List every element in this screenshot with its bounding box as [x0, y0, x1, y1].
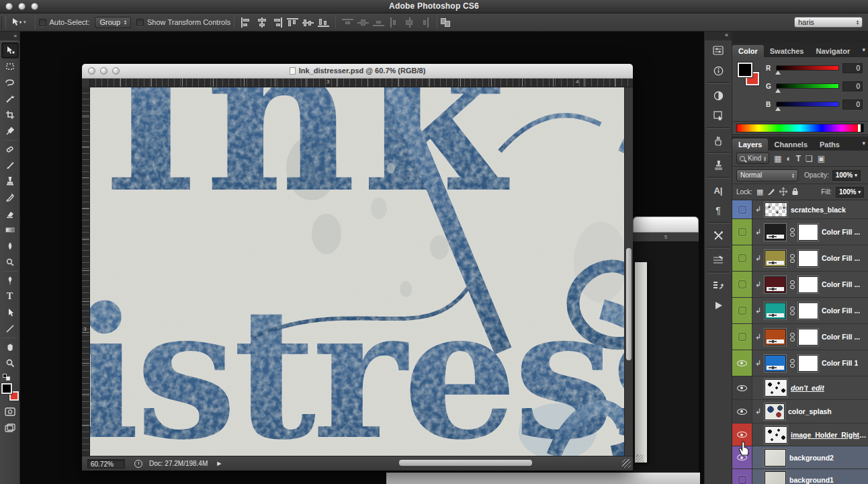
history-panel-icon[interactable]	[707, 275, 730, 295]
default-colors-icon[interactable]	[1, 374, 19, 382]
distribute-left-edges-icon[interactable]	[388, 17, 400, 28]
layer-name[interactable]: Color Fill ...	[822, 280, 860, 288]
fill-layer-thumbnail[interactable]	[765, 355, 786, 372]
vertical-scrollbar[interactable]	[624, 87, 633, 456]
paragraph-panel-icon[interactable]: ¶	[707, 200, 730, 220]
red-slider[interactable]	[776, 65, 839, 71]
layer-mask-thumbnail[interactable]	[798, 329, 818, 346]
tool-line[interactable]	[1, 321, 19, 337]
mask-link-icon[interactable]	[789, 280, 795, 289]
layer-row[interactable]: ↲ Color Fill ...	[732, 219, 868, 245]
tool-spot-healing[interactable]	[1, 141, 19, 157]
vertical-scrollbar-thumb[interactable]	[626, 248, 632, 360]
expand-panels-chevrons[interactable]: «	[705, 32, 732, 40]
brush-presets-panel-icon[interactable]	[707, 130, 730, 151]
panel-menu-icon[interactable]: ▾	[862, 140, 865, 147]
lock-all-icon[interactable]	[791, 188, 799, 197]
tool-eyedropper[interactable]	[1, 123, 19, 139]
align-right-edges-icon[interactable]	[271, 17, 283, 28]
clone-source-panel-icon[interactable]	[707, 155, 730, 175]
tool-lasso[interactable]	[1, 75, 19, 91]
slider-thumb[interactable]	[775, 71, 781, 75]
info-panel-icon[interactable]	[707, 61, 730, 81]
layer-thumbnail[interactable]	[765, 449, 786, 467]
tool-move[interactable]	[1, 42, 19, 58]
tool-rectangular-marquee[interactable]	[1, 58, 19, 75]
filter-pixel-layers-icon[interactable]: ▦	[774, 154, 781, 163]
adjustments-panel-icon[interactable]	[707, 40, 730, 61]
layer-mask-thumbnail[interactable]	[798, 250, 818, 267]
mask-link-icon[interactable]	[789, 359, 795, 368]
green-slider[interactable]	[776, 83, 839, 89]
visibility-toggle[interactable]	[732, 245, 752, 271]
tool-type[interactable]: T	[1, 288, 19, 305]
visibility-toggle[interactable]	[732, 200, 752, 218]
filter-smart-objects-icon[interactable]: ▣	[818, 154, 825, 163]
slider-thumb[interactable]	[775, 89, 781, 93]
tool-brush[interactable]	[1, 157, 19, 173]
lock-transparent-pixels-icon[interactable]: ▦	[756, 188, 763, 196]
left-ruler[interactable]: 3	[82, 87, 90, 456]
blue-value-field[interactable]: 0	[842, 99, 863, 110]
layer-name[interactable]: Color Fill ...	[822, 254, 860, 262]
toolbox-collapse-chevrons[interactable]: »	[0, 32, 19, 40]
zoom-level-field[interactable]: 60.72%	[87, 459, 125, 469]
layer-name[interactable]: image_Holder_RightClic...	[791, 431, 868, 439]
green-value-field[interactable]: 0	[842, 81, 863, 91]
layer-thumbnail[interactable]	[765, 471, 786, 484]
show-transform-checkbox[interactable]	[136, 19, 144, 26]
mask-link-icon[interactable]	[789, 333, 795, 341]
visibility-toggle[interactable]	[732, 469, 752, 484]
visibility-toggle[interactable]	[732, 424, 752, 446]
fill-field[interactable]: 100%▾	[836, 187, 864, 198]
filter-kind-dropdown[interactable]: Kind ▴▾	[736, 153, 769, 164]
filter-adjustment-layers-icon[interactable]: ◐	[786, 154, 791, 163]
canvas[interactable]: Ink istress	[90, 87, 624, 456]
layer-row[interactable]: ↲ Color Fill ...	[732, 245, 868, 272]
distribute-horizontal-centers-icon[interactable]	[404, 17, 415, 28]
layer-mask-thumbnail[interactable]	[798, 302, 818, 319]
layer-name[interactable]: Color Fill ...	[822, 228, 860, 236]
foreground-color-swatch[interactable]	[738, 63, 752, 77]
layer-row[interactable]: ↲ Color Fill ...	[732, 324, 868, 350]
brush-panel-icon[interactable]	[707, 250, 730, 270]
layer-row[interactable]: ↲ color_splash	[732, 400, 868, 424]
visibility-toggle[interactable]	[732, 376, 752, 399]
visibility-toggle[interactable]	[732, 350, 752, 376]
window-resize-grip[interactable]	[622, 459, 631, 468]
mask-link-icon[interactable]	[789, 254, 795, 263]
distribute-right-edges-icon[interactable]	[419, 17, 431, 28]
tab-navigator[interactable]: Navigator	[810, 45, 856, 57]
layer-row[interactable]: ↲ Color Fill 1	[732, 350, 868, 376]
tool-gradient[interactable]	[1, 222, 19, 238]
auto-select-target-dropdown[interactable]: Group ▴▾	[95, 17, 131, 28]
layer-name[interactable]: Color Fill ...	[822, 333, 860, 341]
layer-thumbnail[interactable]	[765, 379, 787, 397]
visibility-toggle[interactable]	[732, 272, 752, 297]
layer-row-selected[interactable]: background1	[732, 469, 868, 484]
actions-panel-icon[interactable]	[707, 295, 730, 315]
layer-thumbnail[interactable]	[765, 202, 787, 217]
distribute-bottom-edges-icon[interactable]	[373, 17, 384, 28]
tool-dodge[interactable]	[1, 254, 19, 270]
fill-layer-thumbnail[interactable]	[765, 329, 786, 346]
top-ruler[interactable]: 3 4	[90, 79, 633, 87]
visibility-toggle[interactable]	[732, 446, 752, 469]
foreground-color-swatch[interactable]	[1, 383, 12, 394]
panel-menu-icon[interactable]: ▾	[862, 46, 865, 53]
screen-mode-button[interactable]	[1, 419, 19, 436]
opacity-field[interactable]: 100%▾	[832, 170, 861, 181]
layer-name[interactable]: don't_edit	[791, 384, 824, 392]
tool-zoom[interactable]	[1, 355, 19, 371]
layer-mask-thumbnail[interactable]	[798, 355, 818, 372]
tool-clone-stamp[interactable]	[1, 173, 19, 190]
layer-name[interactable]: scratches_black	[791, 206, 846, 214]
distribute-vertical-centers-icon[interactable]	[357, 17, 369, 28]
tab-layers[interactable]: Layers	[732, 138, 768, 151]
tool-path-selection[interactable]	[1, 305, 19, 321]
tool-quick-selection[interactable]	[1, 91, 19, 107]
layer-thumbnail[interactable]	[765, 426, 787, 444]
layer-row[interactable]: ↲ Color Fill ...	[732, 272, 868, 298]
visibility-toggle[interactable]	[732, 219, 752, 245]
mask-link-icon[interactable]	[789, 307, 795, 315]
